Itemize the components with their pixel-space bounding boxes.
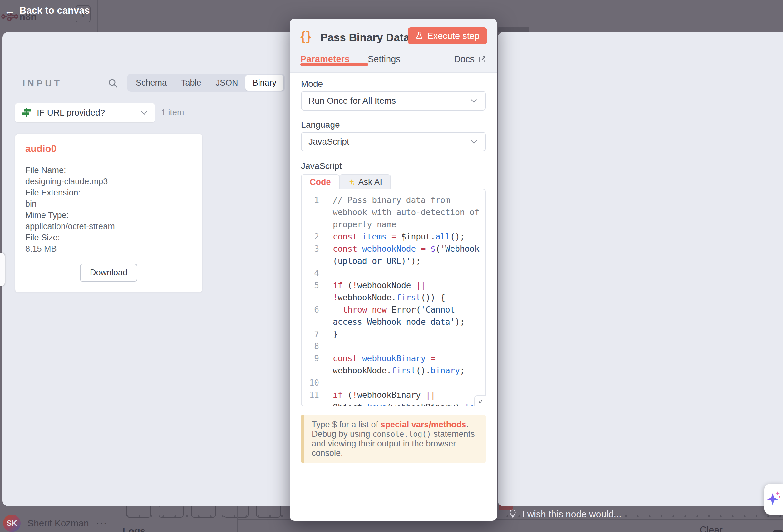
code-line: 5if (!webhookNode || <box>302 279 485 291</box>
binary-key-title: audio0 <box>25 143 192 155</box>
editor-tab-ask-ai[interactable]: Ask AI <box>339 174 391 189</box>
node-header: {} Pass Binary Data Execute step Paramet… <box>290 19 497 73</box>
code-text: const webhookNode = $('Webhook <box>333 243 479 255</box>
input-view-tabs: SchemaTableJSONBinary <box>127 74 285 92</box>
code-text: if (!webhookBinary || <box>333 389 436 401</box>
input-items-count: 1 item <box>161 108 184 117</box>
topbar-divider <box>97 0 98 32</box>
search-icon[interactable] <box>107 78 118 88</box>
chevron-down-icon <box>470 96 478 105</box>
line-number <box>302 219 330 231</box>
line-number: 6 <box>302 304 330 316</box>
background-node-fragment <box>498 27 530 32</box>
avatar: SK <box>3 514 21 532</box>
field-value: 8.15 MB <box>25 243 192 254</box>
code-line: 8 <box>302 340 485 352</box>
code-line: 3const webhookNode = $('Webhook <box>302 243 485 255</box>
line-number: 2 <box>302 231 330 243</box>
editor-tab-code[interactable]: Code <box>301 174 340 189</box>
line-number <box>302 255 330 267</box>
user-more-icon: ⋯ <box>96 517 108 530</box>
node-title: Pass Binary Data <box>320 31 410 44</box>
field-label: File Name: <box>25 164 192 176</box>
line-number: 8 <box>302 340 330 352</box>
language-select[interactable]: JavaScript <box>301 132 486 151</box>
execute-step-button[interactable]: Execute step <box>408 28 487 44</box>
tab-docs[interactable]: Docs <box>454 54 487 64</box>
code-text: access Webhook node data'); <box>333 316 465 328</box>
mode-select[interactable]: Run Once for All Items <box>301 91 486 111</box>
expand-icon <box>477 398 483 404</box>
node-detail-view: {} Pass Binary Data Execute step Paramet… <box>290 19 497 521</box>
input-panel-title: INPUT <box>23 79 62 89</box>
back-arrow-icon: ← <box>4 6 15 15</box>
code-line: 4 <box>302 267 485 279</box>
lightbulb-icon <box>508 509 517 520</box>
code-text: const webhookBinary = <box>333 352 436 365</box>
code-text: webhook with auto-detection of <box>333 207 479 219</box>
tab-parameters[interactable]: Parameters <box>300 54 350 64</box>
editor-label: JavaScript <box>301 161 342 171</box>
field-value: bin <box>25 198 192 210</box>
code-text: property name <box>333 219 397 231</box>
user-name: Sherif Kozman <box>28 518 89 529</box>
language-label: Language <box>301 120 340 130</box>
node-feedback-prompt[interactable]: I wish this node would... <box>508 509 622 520</box>
code-line: 6 throw new Error('Cannot <box>302 304 485 316</box>
code-line: 11if (!webhookBinary || <box>302 389 485 401</box>
code-line: 10 <box>302 377 485 389</box>
editor-hint: Type $ for a list of special vars/method… <box>301 415 486 463</box>
input-tab-schema[interactable]: Schema <box>129 75 174 91</box>
input-binary-card: audio0 File Name:designing-claude.mp3Fil… <box>15 134 202 292</box>
code-text: webhookNode.first().binary; <box>333 365 465 377</box>
line-number: 4 <box>302 267 330 279</box>
code-text: !webhookNode.first()) { <box>333 291 445 304</box>
code-text: } <box>333 328 338 340</box>
code-line: Object.keys(webhookBinary).leng <box>302 401 485 406</box>
chevron-down-icon <box>470 137 478 146</box>
code-line: 2const items = $input.all(); <box>302 231 485 243</box>
clear-execution-button: Clear execution <box>687 525 783 532</box>
code-line: 7} <box>302 328 485 340</box>
line-number: 3 <box>302 243 330 255</box>
sparkle-icon <box>348 178 355 186</box>
line-number <box>302 207 330 219</box>
back-to-canvas-button[interactable]: ← Back to canvas <box>4 5 90 16</box>
logs-panel-label: Logs <box>122 526 146 532</box>
code-line: access Webhook node data'); <box>302 316 485 328</box>
input-tab-json[interactable]: JSON <box>209 75 245 91</box>
ai-sparkle-icon <box>766 491 781 508</box>
code-editor[interactable]: 1// Pass binary data fromwebhook with au… <box>301 189 486 406</box>
line-number: 1 <box>302 194 330 207</box>
code-text: if (!webhookNode || <box>333 279 426 291</box>
line-number <box>302 291 330 304</box>
output-panel: OUTPUT SchemaTableJSONBinary 1 item audi… <box>498 32 783 506</box>
editor-resize-handle[interactable] <box>474 395 486 406</box>
mode-label: Mode <box>301 79 323 89</box>
input-tab-binary[interactable]: Binary <box>245 75 284 91</box>
line-number: 11 <box>302 389 330 401</box>
panel-edge-handle[interactable] <box>0 253 5 286</box>
tab-settings[interactable]: Settings <box>368 54 401 64</box>
user-menu: SK Sherif Kozman ⋯ <box>3 514 108 532</box>
card-divider <box>25 160 192 160</box>
flask-icon <box>415 31 424 40</box>
code-line: webhookNode.first().binary; <box>302 365 485 377</box>
line-number <box>302 365 330 377</box>
input-source-select[interactable]: IF URL provided? <box>15 103 155 122</box>
trash-icon <box>687 531 695 532</box>
ai-assistant-button[interactable] <box>764 484 783 514</box>
code-line: (upload or URL)'); <box>302 255 485 267</box>
field-label: File Extension: <box>25 187 192 198</box>
line-number: 10 <box>302 377 330 389</box>
code-text: throw new Error('Cannot <box>333 304 455 316</box>
input-tab-table[interactable]: Table <box>174 75 209 91</box>
download-button[interactable]: Download <box>80 264 137 282</box>
code-text: Object.keys(webhookBinary).leng <box>333 401 484 406</box>
code-text: const items = $input.all(); <box>333 231 465 243</box>
binary-fields: File Name:designing-claude.mp3File Exten… <box>25 164 192 254</box>
line-number: 7 <box>302 328 330 340</box>
field-value: designing-claude.mp3 <box>25 176 192 187</box>
code-line: 9const webhookBinary = <box>302 352 485 365</box>
code-text: // Pass binary data from <box>333 194 450 207</box>
